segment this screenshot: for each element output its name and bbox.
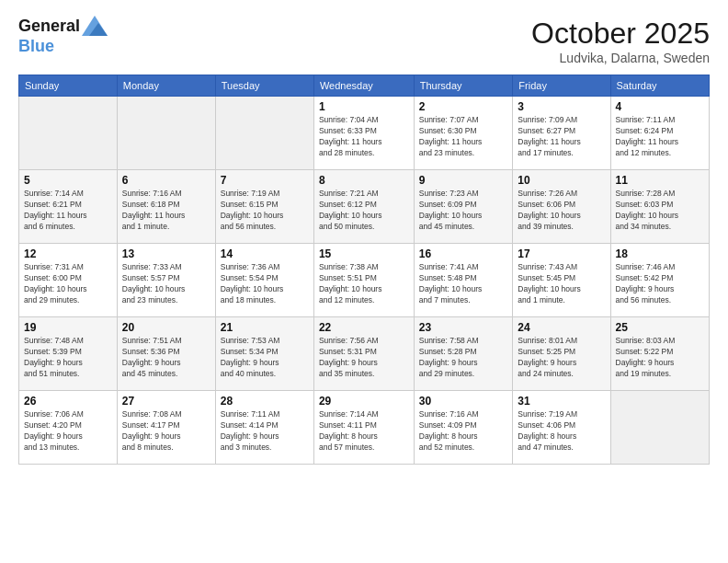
calendar-day-cell: 10Sunrise: 7:26 AM Sunset: 6:06 PM Dayli… <box>513 170 610 244</box>
day-info: Sunrise: 7:31 AM Sunset: 6:00 PM Dayligh… <box>24 262 112 306</box>
calendar-day-cell: 8Sunrise: 7:21 AM Sunset: 6:12 PM Daylig… <box>313 170 414 244</box>
day-info: Sunrise: 7:16 AM Sunset: 6:18 PM Dayligh… <box>122 189 210 233</box>
day-number: 6 <box>122 174 210 187</box>
calendar-day-cell: 22Sunrise: 7:56 AM Sunset: 5:31 PM Dayli… <box>313 317 414 391</box>
day-number: 13 <box>122 247 210 260</box>
calendar-day-cell: 11Sunrise: 7:28 AM Sunset: 6:03 PM Dayli… <box>610 170 709 244</box>
calendar-day-cell: 24Sunrise: 8:01 AM Sunset: 5:25 PM Dayli… <box>513 317 610 391</box>
calendar-day-cell: 3Sunrise: 7:09 AM Sunset: 6:27 PM Daylig… <box>513 97 610 170</box>
day-number: 10 <box>518 174 605 187</box>
day-number: 15 <box>319 247 409 260</box>
day-number: 1 <box>319 100 409 113</box>
calendar-day-cell: 6Sunrise: 7:16 AM Sunset: 6:18 PM Daylig… <box>117 170 215 244</box>
day-number: 31 <box>518 395 605 408</box>
calendar-day-cell: 30Sunrise: 7:16 AM Sunset: 4:09 PM Dayli… <box>414 391 513 465</box>
day-info: Sunrise: 7:07 AM Sunset: 6:30 PM Dayligh… <box>419 115 508 159</box>
day-info: Sunrise: 7:14 AM Sunset: 4:11 PM Dayligh… <box>319 409 409 454</box>
day-number: 26 <box>24 395 112 408</box>
day-info: Sunrise: 7:11 AM Sunset: 6:24 PM Dayligh… <box>616 115 704 159</box>
day-info: Sunrise: 7:14 AM Sunset: 6:21 PM Dayligh… <box>24 189 112 233</box>
header-thursday: Thursday <box>414 75 513 97</box>
day-number: 29 <box>319 395 409 408</box>
calendar-week-row: 1Sunrise: 7:04 AM Sunset: 6:33 PM Daylig… <box>19 97 710 170</box>
logo: General Blue <box>18 17 108 56</box>
title-block: October 2025 Ludvika, Dalarna, Sweden <box>531 17 710 65</box>
day-info: Sunrise: 7:48 AM Sunset: 5:39 PM Dayligh… <box>24 336 112 380</box>
calendar-subtitle: Ludvika, Dalarna, Sweden <box>531 51 710 65</box>
calendar-day-cell <box>215 97 313 170</box>
calendar-week-row: 12Sunrise: 7:31 AM Sunset: 6:00 PM Dayli… <box>19 244 710 317</box>
calendar-day-cell: 12Sunrise: 7:31 AM Sunset: 6:00 PM Dayli… <box>19 244 118 317</box>
calendar-day-cell <box>610 391 709 465</box>
calendar-day-cell: 7Sunrise: 7:19 AM Sunset: 6:15 PM Daylig… <box>215 170 313 244</box>
day-info: Sunrise: 7:51 AM Sunset: 5:36 PM Dayligh… <box>122 336 210 380</box>
day-info: Sunrise: 7:23 AM Sunset: 6:09 PM Dayligh… <box>419 189 508 233</box>
day-number: 19 <box>24 321 112 334</box>
calendar-week-row: 5Sunrise: 7:14 AM Sunset: 6:21 PM Daylig… <box>19 170 710 244</box>
calendar-day-cell: 27Sunrise: 7:08 AM Sunset: 4:17 PM Dayli… <box>117 391 215 465</box>
calendar-day-cell: 4Sunrise: 7:11 AM Sunset: 6:24 PM Daylig… <box>610 97 709 170</box>
header-wednesday: Wednesday <box>313 75 414 97</box>
day-info: Sunrise: 7:11 AM Sunset: 4:14 PM Dayligh… <box>221 409 309 454</box>
day-number: 23 <box>419 321 508 334</box>
calendar-day-cell: 13Sunrise: 7:33 AM Sunset: 5:57 PM Dayli… <box>117 244 215 317</box>
calendar-week-row: 19Sunrise: 7:48 AM Sunset: 5:39 PM Dayli… <box>19 317 710 391</box>
day-info: Sunrise: 7:19 AM Sunset: 6:15 PM Dayligh… <box>221 189 309 233</box>
day-number: 14 <box>221 247 309 260</box>
day-number: 8 <box>319 174 409 187</box>
day-info: Sunrise: 7:04 AM Sunset: 6:33 PM Dayligh… <box>319 115 409 159</box>
day-info: Sunrise: 7:26 AM Sunset: 6:06 PM Dayligh… <box>518 189 605 233</box>
day-number: 25 <box>616 321 704 334</box>
day-info: Sunrise: 7:56 AM Sunset: 5:31 PM Dayligh… <box>319 336 409 380</box>
header-sunday: Sunday <box>19 75 118 97</box>
day-info: Sunrise: 8:03 AM Sunset: 5:22 PM Dayligh… <box>616 336 704 380</box>
day-info: Sunrise: 7:09 AM Sunset: 6:27 PM Dayligh… <box>518 115 605 159</box>
day-number: 20 <box>122 321 210 334</box>
day-info: Sunrise: 7:36 AM Sunset: 5:54 PM Dayligh… <box>221 262 309 306</box>
calendar-day-cell: 9Sunrise: 7:23 AM Sunset: 6:09 PM Daylig… <box>414 170 513 244</box>
calendar-table: Sunday Monday Tuesday Wednesday Thursday… <box>18 75 710 465</box>
calendar-header-row: Sunday Monday Tuesday Wednesday Thursday… <box>19 75 710 97</box>
logo-icon <box>82 16 108 36</box>
day-number: 24 <box>518 321 605 334</box>
day-info: Sunrise: 7:21 AM Sunset: 6:12 PM Dayligh… <box>319 189 409 233</box>
day-number: 2 <box>419 100 508 113</box>
calendar-title: October 2025 <box>531 17 710 51</box>
calendar-day-cell <box>117 97 215 170</box>
day-info: Sunrise: 7:08 AM Sunset: 4:17 PM Dayligh… <box>122 409 210 454</box>
day-number: 21 <box>221 321 309 334</box>
calendar-day-cell: 2Sunrise: 7:07 AM Sunset: 6:30 PM Daylig… <box>414 97 513 170</box>
calendar-day-cell: 17Sunrise: 7:43 AM Sunset: 5:45 PM Dayli… <box>513 244 610 317</box>
calendar-day-cell: 1Sunrise: 7:04 AM Sunset: 6:33 PM Daylig… <box>313 97 414 170</box>
day-info: Sunrise: 7:19 AM Sunset: 4:06 PM Dayligh… <box>518 409 605 454</box>
calendar-day-cell: 16Sunrise: 7:41 AM Sunset: 5:48 PM Dayli… <box>414 244 513 317</box>
calendar-day-cell: 15Sunrise: 7:38 AM Sunset: 5:51 PM Dayli… <box>313 244 414 317</box>
day-number: 7 <box>221 174 309 187</box>
calendar-day-cell: 21Sunrise: 7:53 AM Sunset: 5:34 PM Dayli… <box>215 317 313 391</box>
logo-text-line1: General <box>18 17 80 37</box>
day-info: Sunrise: 7:16 AM Sunset: 4:09 PM Dayligh… <box>419 409 508 454</box>
calendar-day-cell: 19Sunrise: 7:48 AM Sunset: 5:39 PM Dayli… <box>19 317 118 391</box>
day-number: 11 <box>616 174 704 187</box>
header-friday: Friday <box>513 75 610 97</box>
day-number: 4 <box>616 100 704 113</box>
calendar-week-row: 26Sunrise: 7:06 AM Sunset: 4:20 PM Dayli… <box>19 391 710 465</box>
calendar-day-cell: 26Sunrise: 7:06 AM Sunset: 4:20 PM Dayli… <box>19 391 118 465</box>
logo-text-line2: Blue <box>18 37 54 57</box>
calendar-day-cell: 18Sunrise: 7:46 AM Sunset: 5:42 PM Dayli… <box>610 244 709 317</box>
day-number: 30 <box>419 395 508 408</box>
header: General Blue October 2025 Ludvika, Dalar… <box>18 17 710 65</box>
day-number: 16 <box>419 247 508 260</box>
day-info: Sunrise: 7:46 AM Sunset: 5:42 PM Dayligh… <box>616 262 704 306</box>
day-info: Sunrise: 7:38 AM Sunset: 5:51 PM Dayligh… <box>319 262 409 306</box>
calendar-day-cell: 29Sunrise: 7:14 AM Sunset: 4:11 PM Dayli… <box>313 391 414 465</box>
calendar-day-cell: 5Sunrise: 7:14 AM Sunset: 6:21 PM Daylig… <box>19 170 118 244</box>
day-number: 22 <box>319 321 409 334</box>
day-number: 28 <box>221 395 309 408</box>
day-number: 5 <box>24 174 112 187</box>
calendar-day-cell: 14Sunrise: 7:36 AM Sunset: 5:54 PM Dayli… <box>215 244 313 317</box>
day-info: Sunrise: 7:33 AM Sunset: 5:57 PM Dayligh… <box>122 262 210 306</box>
calendar-day-cell: 25Sunrise: 8:03 AM Sunset: 5:22 PM Dayli… <box>610 317 709 391</box>
calendar-day-cell: 28Sunrise: 7:11 AM Sunset: 4:14 PM Dayli… <box>215 391 313 465</box>
day-number: 27 <box>122 395 210 408</box>
